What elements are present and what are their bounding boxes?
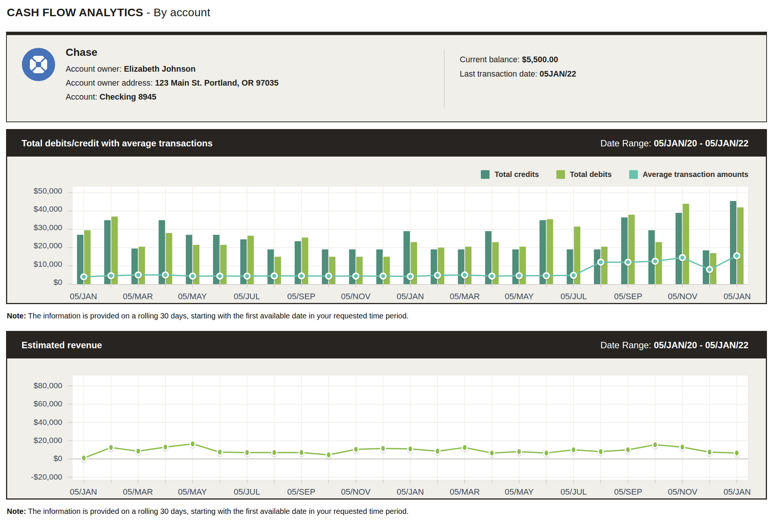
account-number-row: Account: Checking 8945 [66, 90, 279, 104]
account-address-row: Account owner address: 123 Main St. Port… [66, 76, 279, 90]
estimated-revenue-plot-area [72, 375, 748, 480]
x-tick-label: 05/SEP [287, 292, 316, 301]
estimated-revenue-chart-row: $80,000$60,000$40,000$20,000$0-$20,000 [7, 375, 766, 480]
page-title-suffix: - By account [143, 6, 211, 18]
x-axis-row: 05/JAN05/MAR05/MAY05/JUL05/SEP05/NOV05/J… [7, 480, 766, 498]
estimated-revenue-chart-header: Estimated revenue Date Range: 05/JAN/20 … [7, 332, 766, 358]
debits-credits-chart-row: $50,000$40,000$30,000$20,000$10,000$0 [7, 185, 766, 285]
y-tick-label: $20,000 [34, 435, 62, 445]
y-tick-label: $20,000 [34, 241, 62, 251]
chart-legend: Total credits Total debits Average trans… [7, 169, 748, 179]
x-tick-label: 05/MAY [505, 487, 534, 497]
total-credits-swatch-icon [481, 170, 490, 179]
y-tick-label: $0 [54, 277, 62, 287]
x-tick-label: 05/JAN [70, 487, 97, 497]
x-tick-label: 05/NOV [341, 487, 371, 497]
page-title: CASH FLOW ANALYTICS - By account [7, 6, 767, 19]
y-tick-label: $80,000 [34, 381, 62, 391]
average-transactions-swatch-icon [629, 170, 638, 179]
debits-credits-date-range: Date Range: 05/JAN/20 - 05/JAN/22 [601, 138, 748, 149]
x-tick-label: 05/MAR [123, 292, 153, 301]
y-axis-labels: $80,000$60,000$40,000$20,000$0-$20,000 [7, 375, 72, 480]
chart-note: Note: The information is provided on a r… [7, 312, 767, 320]
x-tick-label: 05/MAR [123, 487, 153, 497]
x-tick-label: 05/MAR [450, 487, 480, 497]
x-tick-label: 05/JUL [234, 292, 260, 301]
y-axis-labels: $50,000$40,000$30,000$20,000$10,000$0 [7, 185, 72, 285]
estimated-revenue-date-range: Date Range: 05/JAN/20 - 05/JAN/22 [601, 340, 748, 351]
x-tick-label: 05/MAR [450, 292, 480, 301]
x-tick-label: 05/JAN [397, 487, 424, 497]
x-tick-label: 05/NOV [668, 487, 697, 497]
x-tick-label: 05/MAY [178, 487, 207, 497]
debits-credits-plot-area [72, 186, 748, 285]
estimated-revenue-chart-title: Estimated revenue [22, 340, 102, 351]
current-balance-row: Current balance: $5,500.00 [460, 52, 766, 67]
y-tick-label: $60,000 [34, 399, 62, 409]
debits-credits-chart-title: Total debits/credit with average transac… [22, 138, 212, 149]
y-tick-label: $30,000 [34, 223, 62, 232]
x-tick-label: 05/JUL [561, 487, 587, 497]
y-tick-label: $40,000 [34, 417, 62, 427]
y-tick-label: -$20,000 [31, 472, 62, 482]
x-tick-label: 05/SEP [614, 487, 642, 497]
y-tick-label: $50,000 [34, 186, 62, 196]
account-summary: Current balance: $5,500.00 Last transact… [444, 49, 766, 109]
y-tick-label: $40,000 [34, 204, 62, 214]
x-tick-label: 05/JAN [724, 292, 751, 301]
legend-item-total-debits: Total debits [556, 170, 612, 179]
account-card: Chase Account owner: Elizabeth Johnson A… [6, 32, 767, 122]
y-tick-label: $0 [54, 454, 62, 463]
x-axis-labels: 05/JAN05/MAR05/MAY05/JUL05/SEP05/NOV05/J… [72, 480, 748, 498]
x-tick-label: 05/SEP [287, 487, 316, 497]
x-tick-label: 05/JAN [397, 292, 424, 301]
total-debits-swatch-icon [556, 170, 565, 179]
account-card-left: Chase Account owner: Elizabeth Johnson A… [22, 46, 444, 112]
chase-logo-hole [36, 62, 41, 67]
estimated-revenue-chart-card: Estimated revenue Date Range: 05/JAN/20 … [6, 331, 767, 500]
chart-note: Note: The information is provided on a r… [7, 507, 767, 516]
x-axis-row: 05/JAN05/MAR05/MAY05/JUL05/SEP05/NOV05/J… [7, 285, 766, 303]
debits-credits-chart-card: Total debits/credit with average transac… [6, 129, 767, 304]
x-tick-label: 05/NOV [668, 292, 697, 301]
x-tick-label: 05/JAN [70, 292, 97, 301]
x-tick-label: 05/SEP [614, 292, 642, 301]
legend-item-average-transactions: Average transaction amounts [629, 170, 748, 179]
account-owner-row: Account owner: Elizabeth Johnson [66, 62, 279, 76]
x-tick-label: 05/MAY [505, 292, 534, 301]
legend-item-total-credits: Total credits [481, 170, 539, 179]
y-tick-label: $10,000 [34, 259, 62, 269]
x-axis-labels: 05/JAN05/MAR05/MAY05/JUL05/SEP05/NOV05/J… [72, 285, 748, 303]
bank-name: Chase [66, 46, 279, 58]
x-tick-label: 05/NOV [341, 292, 371, 301]
x-tick-label: 05/JUL [234, 487, 260, 497]
account-details: Chase Account owner: Elizabeth Johnson A… [66, 46, 279, 112]
chase-logo-icon [22, 48, 55, 81]
last-transaction-row: Last transaction date: 05JAN/22 [460, 67, 766, 81]
x-tick-label: 05/JUL [561, 292, 587, 301]
debits-credits-chart-header: Total debits/credit with average transac… [7, 130, 766, 157]
x-tick-label: 05/MAY [178, 292, 207, 301]
x-tick-label: 05/JAN [724, 487, 751, 497]
page-title-main: CASH FLOW ANALYTICS [7, 6, 143, 18]
